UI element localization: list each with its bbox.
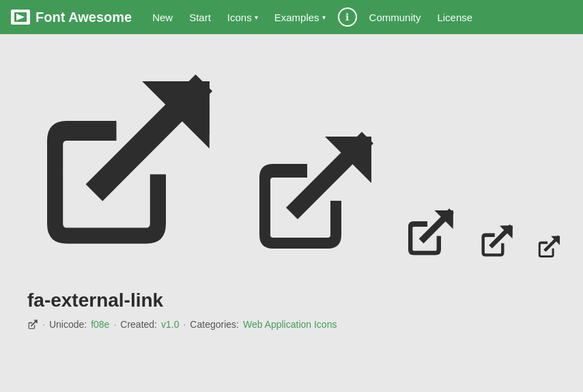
nav-icons[interactable]: Icons ▾ — [221, 8, 265, 27]
icon-size-xl — [27, 61, 225, 262]
created-label: Created: — [120, 319, 157, 330]
created-value[interactable]: v1.0 — [161, 319, 179, 330]
info-icon[interactable]: ℹ — [338, 8, 357, 27]
flag-icon — [14, 12, 27, 22]
icon-size-lg — [246, 123, 382, 262]
icon-size-md — [403, 205, 457, 262]
icon-title: fa-external-link — [27, 290, 556, 311]
icon-size-sm — [478, 222, 515, 262]
logo-flag — [11, 10, 30, 25]
icon-size-xs — [536, 234, 562, 262]
navbar: Font Awesome New Start Icons ▾ Examples … — [0, 0, 583, 34]
nav-examples[interactable]: Examples ▾ — [268, 8, 332, 27]
external-link-small-icon — [27, 318, 38, 330]
icons-display-row — [27, 61, 556, 262]
nav-new[interactable]: New — [145, 8, 180, 27]
icon-meta: · Unicode: f08e · Created: v1.0 · Catego… — [27, 318, 556, 330]
unicode-value[interactable]: f08e — [91, 319, 109, 330]
categories-label: Categories: — [190, 319, 239, 330]
categories-value[interactable]: Web Application Icons — [243, 319, 337, 330]
examples-dropdown-chevron: ▾ — [322, 14, 326, 21]
icons-dropdown-chevron: ▾ — [255, 14, 258, 21]
nav-license[interactable]: License — [430, 8, 479, 27]
nav-community[interactable]: Community — [362, 8, 428, 27]
brand-logo[interactable]: Font Awesome — [11, 10, 132, 25]
main-content: fa-external-link · Unicode: f08e · Creat… — [0, 34, 583, 392]
nav-start[interactable]: Start — [182, 8, 218, 27]
unicode-label: Unicode: — [49, 319, 87, 330]
brand-name: Font Awesome — [35, 10, 132, 25]
